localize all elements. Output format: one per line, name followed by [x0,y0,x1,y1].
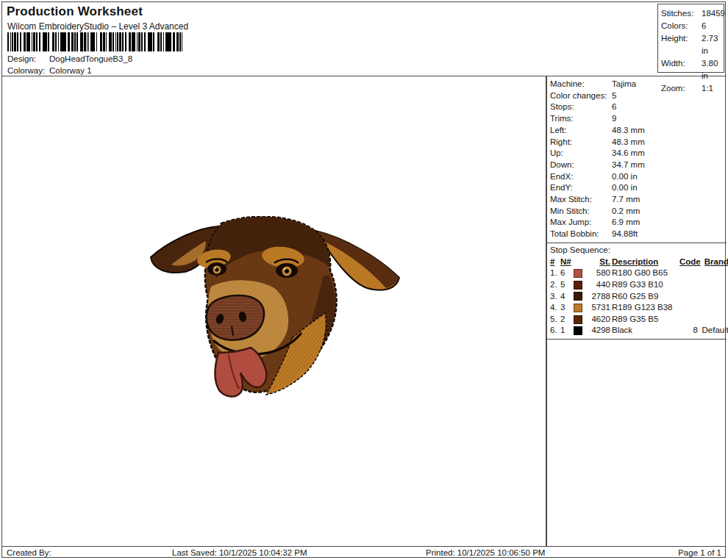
col-brand: Brand [699,256,728,268]
detail-label: Right: [550,137,612,148]
design-value: DogHeadTongueB3_8 [49,54,132,64]
thread-code: 8 [679,325,698,337]
stop-num: 6. [550,325,559,337]
detail-value: 48.3 mm [612,125,724,137]
colorway-label: Colorway: [7,65,49,76]
detail-label: Trims: [550,113,612,125]
printed-timestamp: Printed: 10/1/2025 10:06:50 PM [426,548,545,557]
detail-row: Total Bobbin: 94.88ft [550,229,724,240]
detail-row: Left: 48.3 mm [550,125,724,137]
thread-color-swatch [574,292,582,301]
thread-color-swatch [574,326,582,335]
detail-label: EndY: [550,182,612,194]
detail-value: 48.3 mm [612,137,724,148]
detail-value: 34.7 mm [612,159,724,171]
stats-label: Height: [661,32,702,57]
page-indicator: Page 1 of 1 [678,548,721,557]
detail-value: 34.6 mm [612,148,724,159]
detail-row: EndX: 0.00 in [550,171,724,183]
detail-row: EndY: 0.00 in [550,182,724,194]
col-description: Description [612,256,678,268]
design-preview-area [2,76,546,546]
stop-sequence-header-row: # N# St. Description Code Brand [550,256,724,268]
dog-head-embroidery-graphic [146,216,404,406]
stats-row: Height: 2.73 in [661,32,722,57]
thread-color-swatch [574,315,582,324]
barcode-image [7,32,182,51]
thread-description: R180 G80 B65 [612,268,678,279]
detail-label: Total Bobbin: [550,229,612,240]
stop-stitch-count: 4620 [588,314,610,326]
stop-sequence-rows: 1. 6 580 R180 G80 B65 2. 5 440 R8 [550,268,724,337]
thread-color-swatch [574,269,582,278]
detail-row: Color changes: 5 [550,90,724,102]
detail-value: 5 [612,90,724,102]
detail-row: Right: 48.3 mm [550,137,724,148]
design-label: Design: [7,54,49,64]
detail-label: Machine: [550,79,612,90]
stop-stitch-count: 440 [588,279,610,291]
thread-description: R89 G35 B5 [612,314,678,326]
stats-row: Colors: 6 [661,20,722,32]
detail-row: Trims: 9 [550,113,724,125]
thread-description: Black [612,325,678,337]
detail-value: 6.9 mm [612,217,724,229]
software-subtitle: Wilcom EmbroideryStudio – Level 3 Advanc… [7,21,188,32]
detail-row: Machine: Tajima [550,79,724,90]
stop-stitch-count: 4298 [588,325,610,337]
detail-row: Max Jump: 6.9 mm [550,217,724,229]
stop-num: 4. [550,302,559,314]
detail-row: Stops: 6 [550,101,724,113]
machine-details-list: Machine: Tajima Color changes: 5 Stops: … [547,76,727,240]
design-stats-box: Stitches: 18459 Colors: 6 Height: 2.73 i… [657,4,724,73]
stop-sequence-row: 1. 6 580 R180 G80 B65 [550,268,724,279]
detail-label: EndX: [550,171,612,183]
detail-value: Tajima [612,79,724,90]
stats-row: Stitches: 18459 [661,7,722,20]
detail-value: 0.00 in [612,182,724,194]
stop-needle: 2 [560,314,572,326]
stop-needle: 1 [560,325,572,337]
stop-needle: 3 [560,302,572,314]
thread-description: R60 G25 B9 [612,291,678,303]
stop-stitch-count: 580 [588,268,610,279]
stop-needle: 5 [560,279,572,291]
page-title: Production Worksheet [7,4,143,19]
thread-description: R89 G33 B10 [612,279,678,291]
stats-value: 18459 [702,7,725,20]
stop-sequence-row: 3. 4 2788 R60 G25 B9 [550,291,724,303]
detail-label: Up: [550,148,612,159]
stats-value: 2.73 in [702,32,722,57]
detail-row: Down: 34.7 mm [550,159,724,171]
stats-label: Stitches: [661,7,702,20]
stop-sequence-row: 6. 1 4298 Black 8 Default [550,325,724,337]
stop-sequence-row: 5. 2 4620 R89 G35 B5 [550,314,724,326]
stop-needle: 6 [560,268,572,279]
worksheet-footer: Created By: Last Saved: 10/1/2025 10:04:… [2,546,725,558]
last-saved-timestamp: Last Saved: 10/1/2025 10:04:32 PM [172,548,307,557]
worksheet-header: Production Worksheet Wilcom EmbroiderySt… [2,2,725,76]
detail-row: Up: 34.6 mm [550,148,724,159]
detail-value: 94.88ft [612,229,724,240]
detail-value: 6 [612,101,724,113]
colorway-value: Colorway 1 [49,65,92,76]
stop-num: 5. [550,314,559,326]
detail-value: 7.7 mm [612,194,724,206]
stats-value: 6 [702,20,722,32]
detail-label: Down: [550,159,612,171]
stop-sequence-title: Stop Sequence: [547,243,727,256]
production-worksheet-page: Production Worksheet Wilcom EmbroiderySt… [1,1,726,558]
stop-stitch-count: 2788 [588,291,610,303]
stop-num: 3. [550,291,559,303]
stats-label: Colors: [661,20,702,32]
stop-sequence-row: 4. 3 5731 R189 G123 B38 [550,302,724,314]
thread-color-swatch [574,304,582,312]
created-by-label: Created By: [7,548,51,557]
detail-value: 9 [612,113,724,125]
stop-sequence-table: # N# St. Description Code Brand 1. 6 580… [547,256,727,340]
detail-label: Min Stitch: [550,206,612,218]
stop-needle: 4 [560,291,572,303]
detail-label: Stops: [550,101,612,113]
thread-color-swatch [574,281,582,290]
detail-value: 0.2 mm [612,206,724,218]
